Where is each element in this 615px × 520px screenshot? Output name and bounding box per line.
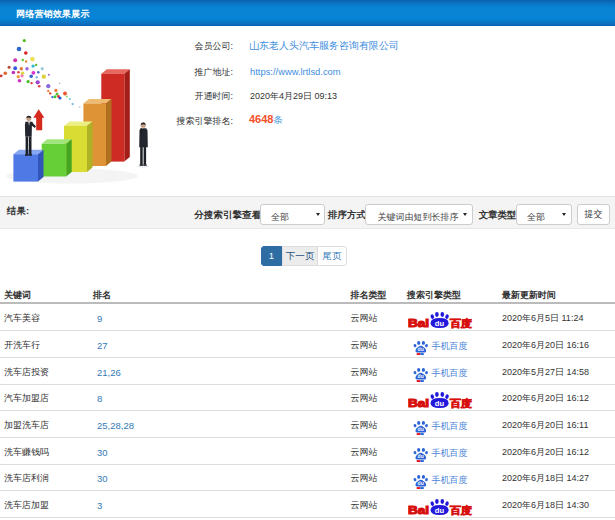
svg-text:du: du [418, 426, 424, 432]
svg-text:du: du [418, 453, 424, 459]
svg-text:du: du [434, 399, 444, 408]
svg-text:Bai: Bai [408, 503, 429, 515]
svg-text:du: du [434, 506, 444, 515]
svg-text:Bai: Bai [408, 397, 429, 409]
svg-text:du: du [418, 346, 424, 352]
svg-text:百度: 百度 [449, 398, 472, 409]
svg-text:du: du [418, 373, 424, 379]
svg-text:百度: 百度 [449, 505, 472, 516]
svg-text:Bai: Bai [408, 316, 429, 328]
svg-text:du: du [434, 319, 444, 328]
svg-text:百度: 百度 [449, 318, 472, 329]
svg-text:du: du [418, 480, 424, 486]
